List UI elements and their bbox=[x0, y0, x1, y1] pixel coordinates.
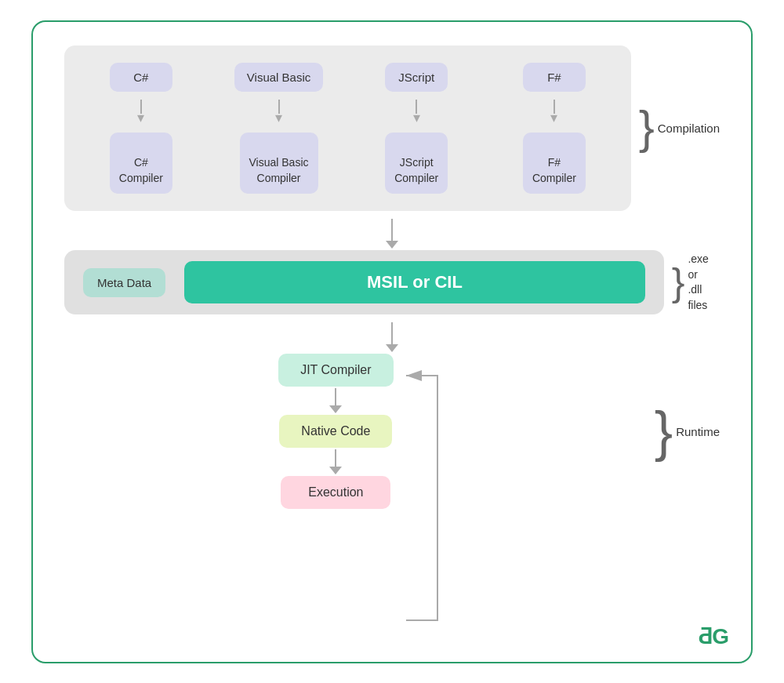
assembly-brace: } bbox=[672, 265, 685, 300]
vb-lang-box: Visual Basic bbox=[234, 63, 323, 92]
fsharp-lang-box: F# bbox=[523, 63, 586, 92]
runtime-brace: } bbox=[655, 407, 673, 456]
vb-column: Visual Basic Visual Basic Compiler bbox=[221, 63, 337, 194]
assembly-label: } .exe or .dll files bbox=[672, 252, 720, 313]
csharp-lang-box: C# bbox=[110, 63, 172, 92]
assembly-label-text: .exe or .dll files bbox=[688, 252, 720, 313]
msil-box: MSIL or CIL bbox=[184, 261, 645, 303]
runtime-section: JIT Compiler Native Code Execution bbox=[64, 354, 608, 509]
csharp-column: C# C# Compiler bbox=[83, 63, 199, 194]
jit-compiler-box: JIT Compiler bbox=[278, 354, 393, 387]
vb-compiler-box: Visual Basic Compiler bbox=[240, 133, 318, 194]
jscript-arrow bbox=[413, 100, 420, 125]
fsharp-column: F# F# Compiler bbox=[496, 63, 612, 194]
assembly-section: Meta Data MSIL or CIL bbox=[64, 250, 664, 314]
fsharp-compiler-box: F# Compiler bbox=[523, 133, 586, 194]
jscript-lang-box: JScript bbox=[385, 63, 448, 92]
vb-arrow bbox=[275, 100, 282, 125]
metadata-box: Meta Data bbox=[83, 268, 165, 297]
execution-box: Execution bbox=[281, 476, 390, 509]
compilation-brace: } bbox=[639, 107, 655, 149]
compilation-label: } Compilation bbox=[639, 107, 720, 149]
geeksforgeeks-logo: ƋG bbox=[697, 623, 729, 649]
fsharp-arrow bbox=[550, 100, 557, 125]
compilation-label-text: Compilation bbox=[658, 122, 720, 135]
runtime-label-text: Runtime bbox=[676, 425, 720, 438]
compilation-section: C# C# Compiler Visual Basic Visual Basic… bbox=[64, 45, 631, 212]
runtime-outer: JIT Compiler Native Code Execution bbox=[64, 354, 720, 509]
comp-to-assembly-arrow bbox=[386, 219, 398, 249]
csharp-compiler-box: C# Compiler bbox=[110, 133, 172, 194]
native-to-execution-arrow bbox=[329, 449, 342, 474]
csharp-arrow bbox=[137, 100, 144, 125]
main-container: C# C# Compiler Visual Basic Visual Basic… bbox=[31, 20, 753, 663]
jit-to-native-arrow bbox=[329, 388, 342, 413]
jscript-column: JScript JScript Compiler bbox=[358, 63, 474, 194]
assembly-to-runtime-arrow bbox=[386, 322, 398, 352]
native-code-box: Native Code bbox=[279, 415, 392, 448]
jscript-compiler-box: JScript Compiler bbox=[385, 133, 448, 194]
runtime-label: } Runtime bbox=[655, 407, 720, 456]
